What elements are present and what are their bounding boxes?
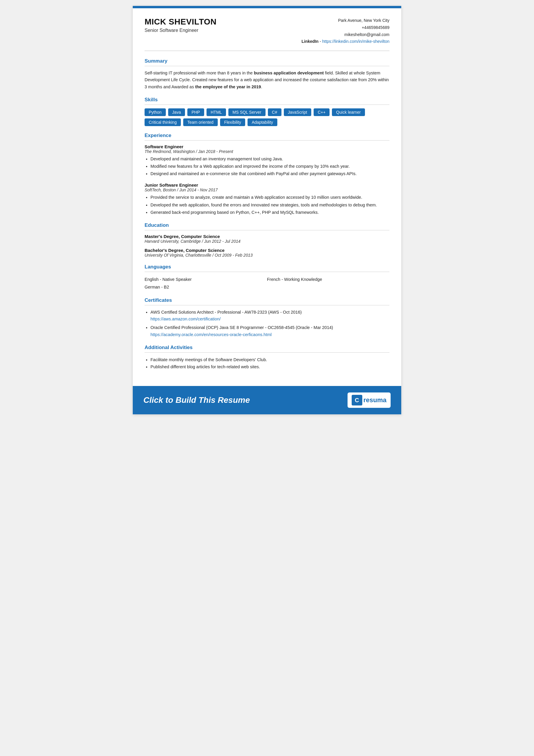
skill-badge: C# <box>268 108 281 116</box>
cert-link[interactable]: https://academy.oracle.com/en/resources-… <box>150 331 390 338</box>
summary-text-before: Self-starting IT professional with more … <box>144 70 254 75</box>
exp-bullets: Developed and maintained an inventory ma… <box>150 156 390 177</box>
summary-section: Summary Self-starting IT professional wi… <box>144 58 390 90</box>
summary-divider <box>144 66 390 66</box>
cta-text[interactable]: Click to Build This Resume <box>143 395 250 405</box>
candidate-name: MICK SHEVILTON <box>144 17 216 27</box>
list-item: Developed the web application, found the… <box>150 202 390 208</box>
skill-badge: Critical thinking <box>144 119 181 126</box>
exp-subtitle: SoftTech, Boston / Jun 2014 - Nov 2017 <box>144 188 390 192</box>
experience-item: Software EngineerThe Redmond, Washington… <box>144 144 390 177</box>
linkedin-line: LinkedIn - https://linkedin.com/in/mike-… <box>301 38 390 45</box>
skill-badge: Team oriented <box>183 119 218 126</box>
skill-badge: Flexibility <box>220 119 245 126</box>
exp-job-title: Software Engineer <box>144 144 390 149</box>
languages-col1: English - Native SpeakerGerman - B2 <box>144 276 267 291</box>
list-item: Oracle Certified Professional (OCP) Java… <box>150 324 390 338</box>
top-accent-bar <box>133 6 401 8</box>
skill-badge: PHP <box>187 108 204 116</box>
list-item: Modified new features for a Web applicat… <box>150 163 390 170</box>
skill-badge: Java <box>168 108 185 116</box>
summary-title: Summary <box>144 58 390 64</box>
resume-content: MICK SHEVILTON Senior Software Engineer … <box>133 8 401 386</box>
exp-job-title: Junior Software Engineer <box>144 182 390 188</box>
resume-document: MICK SHEVILTON Senior Software Engineer … <box>133 6 401 414</box>
additional-activities-title: Additional Activities <box>144 345 390 351</box>
header-right: Park Avenue, New York City +44659845689 … <box>301 17 390 45</box>
experience-section: Experience Software EngineerThe Redmond,… <box>144 133 390 216</box>
languages-title: Languages <box>144 264 390 270</box>
cta-logo: C resuma <box>347 392 391 408</box>
address: Park Avenue, New York City <box>301 17 390 24</box>
skill-badge: Python <box>144 108 166 116</box>
additional-activities-list: Facilitate monthly meetings of the Softw… <box>150 356 390 371</box>
list-item: Designed and maintained an e-commerce si… <box>150 170 390 177</box>
certificates-title: Certificates <box>144 297 390 303</box>
education-list: Master's Degree, Computer ScienceHarvard… <box>144 234 390 257</box>
language-item: English - Native Speaker <box>144 276 267 283</box>
header-section: MICK SHEVILTON Senior Software Engineer … <box>144 17 390 51</box>
summary-bold1: business application development <box>254 70 324 75</box>
edu-school: University Of Virginia, Charlottesville … <box>144 253 390 257</box>
experience-item: Junior Software EngineerSoftTech, Boston… <box>144 182 390 216</box>
skill-badge: Quick learner <box>332 108 365 116</box>
cta-logo-icon: C <box>352 395 362 405</box>
education-divider <box>144 230 390 230</box>
skill-badge: C++ <box>314 108 330 116</box>
experience-title: Experience <box>144 133 390 139</box>
languages-section: Languages English - Native SpeakerGerman… <box>144 264 390 291</box>
certificates-divider <box>144 305 390 305</box>
experience-divider <box>144 140 390 141</box>
summary-text-end: . <box>261 85 262 89</box>
experience-list: Software EngineerThe Redmond, Washington… <box>144 144 390 216</box>
list-item: Facilitate monthly meetings of the Softw… <box>150 356 390 364</box>
education-item: Master's Degree, Computer ScienceHarvard… <box>144 234 390 244</box>
cta-logo-icon-letter: C <box>355 397 359 404</box>
list-item: Developed and maintained an inventory ma… <box>150 156 390 162</box>
language-item: French - Working Knowledge <box>267 276 390 283</box>
education-item: Bachelor's Degree, Computer ScienceUnive… <box>144 248 390 257</box>
skill-badge: JavaScript <box>284 108 311 116</box>
summary-bold2: the employee of the year in 2019 <box>195 85 261 89</box>
languages-grid: English - Native SpeakerGerman - B2 Fren… <box>144 276 390 291</box>
certificates-list: AWS Certified Solutions Architect - Prof… <box>150 309 390 338</box>
education-section: Education Master's Degree, Computer Scie… <box>144 222 390 257</box>
list-item: Generated back-end programming based on … <box>150 209 390 216</box>
phone: +44659845689 <box>301 24 390 31</box>
cta-logo-text: resuma <box>364 396 387 404</box>
skill-badge: HTML <box>207 108 226 116</box>
list-item: AWS Certified Solutions Architect - Prof… <box>150 309 390 322</box>
exp-bullets: Provided the service to analyze, create … <box>150 194 390 216</box>
languages-col2: French - Working Knowledge <box>267 276 390 291</box>
skill-badge: MS SQL Server <box>228 108 266 116</box>
edu-degree: Bachelor's Degree, Computer Science <box>144 248 390 253</box>
additional-activities-divider <box>144 352 390 353</box>
additional-activities-section: Additional Activities Facilitate monthly… <box>144 345 390 371</box>
edu-degree: Master's Degree, Computer Science <box>144 234 390 239</box>
list-item: Published different blog articles for te… <box>150 363 390 371</box>
languages-divider <box>144 272 390 272</box>
skill-badge: Adaptability <box>247 119 277 126</box>
certificates-section: Certificates AWS Certified Solutions Arc… <box>144 297 390 338</box>
linkedin-label: LinkedIn <box>301 39 318 44</box>
skills-container: PythonJavaPHPHTMLMS SQL ServerC#JavaScri… <box>144 108 390 126</box>
education-title: Education <box>144 222 390 228</box>
linkedin-dash: - <box>319 39 322 44</box>
skills-section: Skills PythonJavaPHPHTMLMS SQL ServerC#J… <box>144 97 390 126</box>
skills-divider <box>144 104 390 105</box>
cert-link[interactable]: https://aws.amazon.com/certification/ <box>150 316 390 322</box>
email: mikeshelton@gmail.com <box>301 31 390 39</box>
header-left: MICK SHEVILTON Senior Software Engineer <box>144 17 216 33</box>
summary-text: Self-starting IT professional with more … <box>144 70 390 90</box>
job-title: Senior Software Engineer <box>144 28 216 33</box>
edu-school: Harvard University, Cambridge / Jun 2012… <box>144 239 390 244</box>
skills-title: Skills <box>144 97 390 103</box>
linkedin-url[interactable]: https://linkedin.com/in/mike-shevilton <box>322 39 390 44</box>
language-item: German - B2 <box>144 283 267 291</box>
list-item: Provided the service to analyze, create … <box>150 194 390 201</box>
exp-subtitle: The Redmond, Washington / Jan 2018 - Pre… <box>144 149 390 154</box>
cta-banner[interactable]: Click to Build This Resume C resuma <box>133 386 401 414</box>
